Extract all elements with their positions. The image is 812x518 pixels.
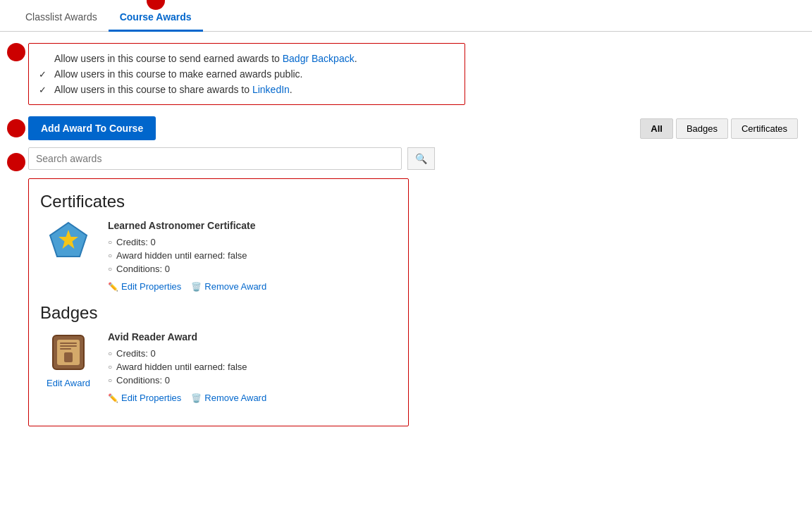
svg-rect-4 <box>60 343 77 344</box>
search-row: 🔍 <box>28 147 798 170</box>
badgr-link[interactable]: Badgr Backpack <box>283 53 355 64</box>
checkbox-1 <box>39 54 49 64</box>
badges-heading: Badges <box>40 303 397 323</box>
trash-icon-2: 🗑️ <box>191 393 202 403</box>
certificate-icon <box>47 220 90 262</box>
badge-icon-wrap: Edit Award <box>40 331 97 388</box>
tab-course-awards[interactable]: Course Awards <box>109 4 203 32</box>
linkedin-link[interactable]: LinkedIn <box>252 84 290 95</box>
permission-row-3: ✓ Allow users in this course to share aw… <box>39 82 455 97</box>
awards-section: 🔍 Certificates Learned Astronomer Certif… <box>28 147 798 426</box>
certificate-remove-link[interactable]: 🗑️ Remove Award <box>191 281 266 292</box>
certificate-title: Learned Astronomer Certificate <box>108 220 397 231</box>
trash-icon: 🗑️ <box>191 282 202 292</box>
svg-rect-6 <box>60 348 71 350</box>
checkbox-2: ✓ <box>39 69 49 80</box>
add-award-button[interactable]: Add Award To Course <box>28 116 156 140</box>
badge-actions: ✏️ Edit Properties 🗑️ Remove Award <box>108 393 397 403</box>
filter-badges-button[interactable]: Badges <box>676 118 728 139</box>
filter-buttons: All Badges Certificates <box>640 118 798 139</box>
badge-title: Avid Reader Award <box>108 331 397 343</box>
search-button[interactable]: 🔍 <box>407 147 435 170</box>
badge-4 <box>7 153 25 171</box>
certificate-credits: Credits: 0 <box>108 235 397 249</box>
permissions-section: Allow users in this course to send earne… <box>28 43 798 105</box>
badge-conditions: Conditions: 0 <box>108 374 397 387</box>
certificates-heading: Certificates <box>40 192 397 211</box>
search-input[interactable] <box>28 147 402 170</box>
permission-row-1: Allow users in this course to send earne… <box>39 51 455 66</box>
badge-1 <box>147 0 165 10</box>
badge-hidden: Award hidden until earned: false <box>108 360 397 374</box>
badge-item-1: Edit Award Avid Reader Award Credits: 0 … <box>40 331 397 403</box>
certificate-hidden: Award hidden until earned: false <box>108 249 397 262</box>
certificate-details: Learned Astronomer Certificate Credits: … <box>108 220 397 292</box>
badge-2 <box>7 43 25 61</box>
svg-rect-5 <box>60 345 77 347</box>
badge-edit-award-link[interactable]: Edit Award <box>47 378 90 388</box>
badge-props: Credits: 0 Award hidden until earned: fa… <box>108 347 397 387</box>
filter-certificates-button[interactable]: Certificates <box>731 118 798 139</box>
certificate-item-1: Learned Astronomer Certificate Credits: … <box>40 220 397 292</box>
permissions-box: Allow users in this course to send earne… <box>28 43 465 105</box>
tabs-bar: Classlist Awards Course Awards <box>0 0 812 32</box>
badge-3 <box>7 119 25 137</box>
filter-all-button[interactable]: All <box>640 118 673 139</box>
svg-rect-7 <box>64 352 73 362</box>
badge-credits: Credits: 0 <box>108 347 397 360</box>
certificate-conditions: Conditions: 0 <box>108 262 397 276</box>
search-icon: 🔍 <box>415 153 427 164</box>
certificate-actions: ✏️ Edit Properties 🗑️ Remove Award <box>108 281 397 292</box>
main-content: Allow users in this course to send earne… <box>0 32 812 438</box>
permission-row-2: ✓ Allow users in this course to make ear… <box>39 66 455 82</box>
pencil-icon-2: ✏️ <box>108 393 118 403</box>
checkbox-3: ✓ <box>39 85 49 95</box>
certificate-edit-properties-link[interactable]: ✏️ Edit Properties <box>108 281 181 292</box>
badge-edit-properties-link[interactable]: ✏️ Edit Properties <box>108 393 181 403</box>
awards-list-box: Certificates Learned Astronomer Certific… <box>28 178 409 426</box>
certificate-props: Credits: 0 Award hidden until earned: fa… <box>108 235 397 276</box>
badge-icon <box>47 331 90 374</box>
tab-classlist-awards[interactable]: Classlist Awards <box>14 4 109 32</box>
pencil-icon: ✏️ <box>108 282 118 292</box>
badge-remove-link[interactable]: 🗑️ Remove Award <box>191 393 266 403</box>
badge-details: Avid Reader Award Credits: 0 Award hidde… <box>108 331 397 403</box>
certificate-icon-wrap <box>40 220 97 262</box>
